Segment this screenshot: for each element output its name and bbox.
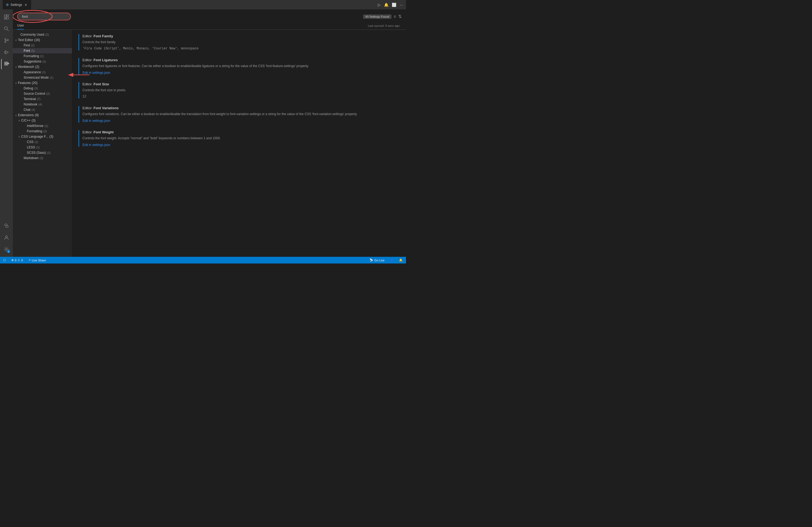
suggestions-label: Suggestions (24, 60, 41, 63)
run-icon[interactable]: ▷ (378, 3, 381, 7)
svg-rect-0 (4, 15, 6, 17)
activity-item-debug[interactable] (1, 47, 12, 58)
more-icon[interactable]: ··· (400, 3, 403, 7)
live-share-button[interactable]: ↗ Live Share (27, 258, 47, 262)
status-account[interactable]: 👤 (389, 258, 395, 262)
sidebar-item-terminal[interactable]: Terminal (7) (13, 96, 72, 102)
sort-icon[interactable]: ⇅ (398, 14, 402, 19)
formatting-label: Formatting (24, 54, 39, 58)
go-live-button[interactable]: 📡 Go Live (368, 258, 386, 262)
sidebar-item-commonly-used[interactable]: Commonly Used (2) (13, 32, 72, 37)
extensions-label: Extensions (18, 113, 34, 117)
activity-item-python[interactable] (1, 220, 12, 231)
setting-font-family: Editor: Font Family Controls the font fa… (78, 34, 400, 50)
appearance-label: Appearance (24, 70, 41, 74)
svg-rect-1 (7, 15, 9, 16)
setting-font-variations: Editor: Font Variations Configures font … (78, 106, 400, 123)
sidebar-section-text-editor[interactable]: ∨ Text Editor (16) (13, 37, 72, 43)
formatting-count: (1) (40, 55, 44, 58)
layout-icon[interactable]: ⬜ (392, 3, 396, 7)
cpp-formatting-count: (2) (43, 130, 47, 133)
title-bar-actions: ▷ 🔔 ⬜ ··· (378, 3, 403, 7)
sidebar-section-workbench[interactable]: ∨ Workbench (2) (13, 64, 72, 70)
font-ligatures-edit-link[interactable]: Edit in settings.json (83, 71, 110, 75)
search-input[interactable] (17, 13, 71, 20)
svg-rect-15 (6, 62, 8, 63)
sidebar-item-cpp-formatting[interactable]: Formatting (2) (13, 129, 72, 134)
svg-marker-10 (5, 51, 8, 54)
filter-icon[interactable]: ≡ (394, 14, 396, 19)
status-bell[interactable]: 🔔 (398, 258, 404, 262)
setting-font-size-desc: Controls the font size in pixels. (83, 88, 400, 93)
svg-rect-18 (8, 63, 9, 64)
go-live-icon: 📡 (369, 258, 373, 262)
title-bar: ⚙ Settings × ▷ 🔔 ⬜ ··· (0, 0, 406, 10)
sidebar-item-formatting[interactable]: Formatting (1) (13, 54, 72, 59)
appearance-count: (1) (42, 71, 46, 74)
css-label: CSS (27, 140, 33, 144)
sidebar-section-features[interactable]: ∨ Features (20) (13, 80, 72, 86)
sidebar-item-chat[interactable]: Chat (4) (13, 107, 72, 112)
tab-close-button[interactable]: × (24, 3, 28, 7)
css-language-chevron: ∨ (18, 135, 20, 138)
screencast-mode-label: Screencast Mode (24, 76, 48, 79)
svg-point-6 (5, 39, 6, 40)
activity-item-source-control[interactable] (1, 35, 12, 46)
activity-item-search[interactable] (1, 23, 12, 34)
user-tab[interactable]: User (17, 22, 24, 30)
warning-icon: ⚠ (17, 258, 20, 262)
status-remote[interactable]: ⬡ (2, 258, 7, 262)
sidebar-section-extensions[interactable]: ∨ Extensions (9) (13, 112, 72, 118)
sidebar-item-debug[interactable]: Debug (3) (13, 86, 72, 91)
sidebar-section-css-language[interactable]: ∨ CSS Language F... (3) (13, 134, 72, 139)
notebook-count: (4) (39, 103, 42, 106)
sidebar-item-appearance[interactable]: Appearance (1) (13, 70, 72, 75)
source-control-count: (2) (46, 92, 50, 95)
live-share-icon: ↗ (28, 258, 31, 262)
activity-item-extensions[interactable] (1, 59, 12, 70)
activity-item-account[interactable] (1, 232, 12, 243)
font-variations-edit-link[interactable]: Edit in settings.json (83, 119, 110, 123)
sidebar-item-less[interactable]: LESS (1) (13, 145, 72, 150)
sidebar-section-cpp[interactable]: ∨ C/C++ (3) (13, 118, 72, 123)
find-count: (2) (31, 44, 34, 47)
error-icon: ⊗ (11, 258, 14, 262)
chat-count: (4) (31, 108, 35, 111)
sidebar-item-intellisense[interactable]: IntelliSense (1) (13, 123, 72, 129)
tabs-row: User Last synced: 0 secs ago (13, 22, 406, 30)
sidebar-item-notebook[interactable]: Notebook (4) (13, 102, 72, 107)
debug-count: (3) (34, 87, 38, 90)
notebook-label: Notebook (24, 103, 37, 106)
settings-sidebar: Commonly Used (2) ∨ Text Editor (16) Fin… (13, 30, 72, 257)
sidebar-item-screencast-mode[interactable]: Screencast Mode (1) (13, 75, 72, 80)
settings-count-badge: 49 Settings Found (363, 15, 391, 19)
features-chevron: ∨ (15, 81, 17, 85)
notification-icon[interactable]: 🔔 (384, 3, 389, 7)
text-editor-label: Text Editor (18, 38, 33, 42)
setting-font-weight-title: Editor: Font Weight (83, 130, 400, 134)
terminal-count: (7) (37, 97, 40, 101)
markdown-label: Markdown (24, 156, 39, 160)
features-count: (20) (32, 81, 37, 85)
status-errors[interactable]: ⊗ 0 ⚠ 0 (10, 258, 24, 262)
sidebar-item-suggestions[interactable]: Suggestions (1) (13, 59, 72, 64)
screencast-mode-count: (1) (50, 76, 53, 79)
settings-tab-icon: ⚙ (6, 3, 9, 7)
markdown-count: (3) (40, 156, 43, 160)
cpp-chevron: ∨ (18, 119, 20, 122)
css-count: (1) (35, 140, 38, 144)
activity-item-explorer[interactable] (1, 12, 12, 22)
activity-item-settings[interactable]: 1 (1, 244, 12, 255)
font-weight-edit-link[interactable]: Edit in settings.json (83, 143, 110, 147)
sidebar-item-font[interactable]: Font (5) (13, 48, 72, 54)
chat-label: Chat (24, 108, 30, 111)
sidebar-item-find[interactable]: Find (2) (13, 43, 72, 48)
sidebar-item-css[interactable]: CSS (1) (13, 139, 72, 145)
sidebar-item-source-control[interactable]: Source Control (2) (13, 91, 72, 96)
activity-bottom: 1 (1, 220, 12, 255)
sidebar-item-markdown[interactable]: Markdown (3) (13, 155, 72, 161)
svg-point-20 (6, 226, 8, 228)
sidebar-item-scss[interactable]: SCSS (Sass) (1) (13, 150, 72, 155)
settings-tab[interactable]: ⚙ Settings × (3, 0, 31, 10)
svg-point-7 (5, 41, 6, 43)
